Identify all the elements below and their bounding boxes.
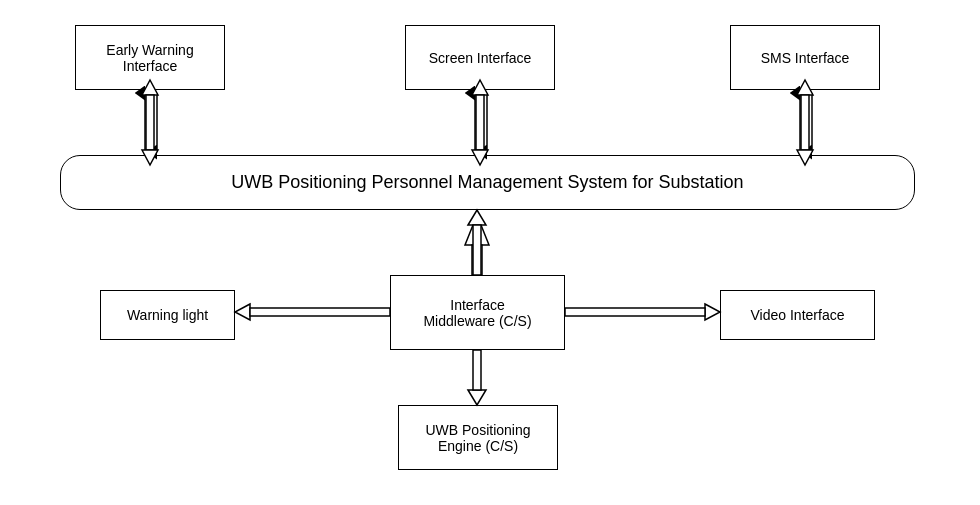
svg-marker-25	[705, 304, 720, 320]
svg-rect-19	[801, 95, 809, 150]
diagram: Early WarningInterface Screen Interface …	[0, 0, 980, 505]
svg-rect-24	[250, 308, 390, 316]
svg-marker-21	[468, 210, 486, 225]
svg-rect-26	[565, 308, 705, 316]
svg-marker-23	[235, 304, 250, 320]
svg-rect-28	[473, 350, 481, 390]
svg-marker-17	[472, 150, 488, 165]
svg-marker-12	[142, 80, 158, 95]
arrows-clean	[0, 0, 980, 505]
svg-marker-18	[797, 80, 813, 95]
svg-marker-15	[472, 80, 488, 95]
svg-marker-20	[797, 150, 813, 165]
svg-marker-27	[468, 390, 486, 405]
svg-rect-22	[473, 225, 481, 275]
svg-rect-13	[146, 95, 154, 150]
svg-rect-16	[476, 95, 484, 150]
svg-marker-14	[142, 150, 158, 165]
